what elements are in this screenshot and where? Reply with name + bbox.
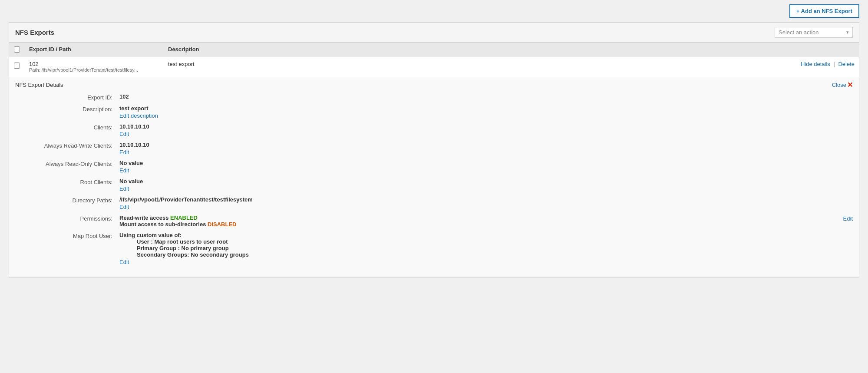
clients-value: 10.10.10.10 xyxy=(119,123,149,130)
details-title: NFS Export Details xyxy=(15,82,63,88)
row-actions: Hide details | Delete xyxy=(789,56,859,72)
value-always-ro: No value Edit xyxy=(119,160,853,174)
description-value: test export xyxy=(119,105,148,112)
value-permissions: Read-write access ENABLED Mount access t… xyxy=(119,215,853,228)
value-description: test export Edit description xyxy=(119,105,853,119)
details-section: NFS Export Details Close✕ Export ID: 102… xyxy=(9,77,859,277)
permissions-rw-status: ENABLED xyxy=(170,215,198,221)
action-separator: | xyxy=(832,61,837,67)
value-clients: 10.10.10.10 Edit xyxy=(119,123,853,137)
header-checkbox-col xyxy=(9,43,25,56)
permissions-line2: Mount access to sub-directories DISABLED xyxy=(119,221,839,228)
edit-dir-paths-link[interactable]: Edit xyxy=(119,204,853,210)
row-path: Path: /ifs/vipr/vpool1/ProviderTenant/te… xyxy=(29,67,159,73)
permissions-edit: Edit xyxy=(843,215,853,222)
label-clients: Clients: xyxy=(15,123,119,131)
detail-row-always-rw: Always Read-Write Clients: 10.10.10.10 E… xyxy=(15,142,853,155)
header-export-id-path: Export ID / Path xyxy=(25,43,164,56)
edit-always-ro-link[interactable]: Edit xyxy=(119,167,853,174)
label-permissions: Permissions: xyxy=(15,215,119,222)
root-clients-value: No value xyxy=(119,178,143,185)
header-description: Description xyxy=(164,43,789,56)
detail-row-clients: Clients: 10.10.10.10 Edit xyxy=(15,123,853,137)
export-id-value: 102 xyxy=(119,93,129,100)
value-map-root-user: Using custom value of: User : Map root u… xyxy=(119,232,853,265)
edit-map-root-link[interactable]: Edit xyxy=(119,259,853,265)
label-map-root-user: Map Root User: xyxy=(15,232,119,239)
map-root-line2: User : Map root users to user root xyxy=(137,238,228,245)
permissions-rw-label: Read-write access xyxy=(119,215,170,221)
value-always-rw: 10.10.10.10 Edit xyxy=(119,142,853,155)
close-label: Close xyxy=(832,82,846,88)
table-header: Export ID / Path Description xyxy=(9,43,859,56)
close-button[interactable]: Close✕ xyxy=(832,81,853,89)
panel-title: NFS Exports xyxy=(15,29,54,36)
row-checkbox[interactable] xyxy=(14,63,20,69)
table-row: 102 Path: /ifs/vipr/vpool1/ProviderTenan… xyxy=(9,56,859,77)
row-description: test export xyxy=(164,56,789,72)
panel-header: NFS Exports Select an action ▾ xyxy=(9,23,859,43)
edit-permissions-link[interactable]: Edit xyxy=(843,215,853,222)
hide-details-link[interactable]: Hide details xyxy=(801,61,830,67)
edit-description-link[interactable]: Edit description xyxy=(119,112,853,119)
value-root-clients: No value Edit xyxy=(119,178,853,192)
top-bar: + Add an NFS Export xyxy=(0,0,868,22)
value-dir-paths: /ifs/vipr/vpool1/ProviderTenant/test/tes… xyxy=(119,196,853,210)
row-checkbox-col xyxy=(9,56,25,74)
close-x-icon: ✕ xyxy=(847,81,853,89)
details-table: Export ID: 102 Description: test export … xyxy=(9,91,859,277)
row-id-path: 102 Path: /ifs/vipr/vpool1/ProviderTenan… xyxy=(25,56,164,77)
label-root-clients: Root Clients: xyxy=(15,178,119,185)
label-description: Description: xyxy=(15,105,119,112)
chevron-down-icon: ▾ xyxy=(846,30,849,35)
edit-root-clients-link[interactable]: Edit xyxy=(119,185,853,192)
action-select-label: Select an action xyxy=(779,29,819,36)
row-export-id: 102 xyxy=(29,61,159,67)
map-root-line1: Using custom value of: xyxy=(119,232,182,238)
label-always-rw: Always Read-Write Clients: xyxy=(15,142,119,149)
permissions-mount-status: DISABLED xyxy=(208,221,236,228)
header-actions-col xyxy=(789,46,859,53)
detail-row-dir-paths: Directory Paths: /ifs/vipr/vpool1/Provid… xyxy=(15,196,853,210)
delete-link[interactable]: Delete xyxy=(838,61,855,67)
action-select-wrapper[interactable]: Select an action ▾ xyxy=(775,27,853,38)
add-nfs-export-button[interactable]: + Add an NFS Export xyxy=(789,4,859,18)
permissions-row: Read-write access ENABLED Mount access t… xyxy=(119,215,853,228)
map-root-line4: Secondary Groups: No secondary groups xyxy=(137,251,249,258)
select-all-checkbox[interactable] xyxy=(14,46,20,53)
always-rw-value: 10.10.10.10 xyxy=(119,142,149,148)
detail-row-map-root-user: Map Root User: Using custom value of: Us… xyxy=(15,232,853,265)
edit-always-rw-link[interactable]: Edit xyxy=(119,149,853,155)
label-dir-paths: Directory Paths: xyxy=(15,196,119,204)
permissions-text: Read-write access ENABLED Mount access t… xyxy=(119,215,839,228)
detail-row-root-clients: Root Clients: No value Edit xyxy=(15,178,853,192)
map-root-line3: Primary Group : No primary group xyxy=(137,245,229,251)
always-ro-value: No value xyxy=(119,160,143,166)
detail-row-description: Description: test export Edit descriptio… xyxy=(15,105,853,119)
dir-paths-value: /ifs/vipr/vpool1/ProviderTenant/test/tes… xyxy=(119,196,253,203)
detail-row-export-id: Export ID: 102 xyxy=(15,93,853,101)
details-header-row: NFS Export Details Close✕ xyxy=(9,77,859,91)
label-always-ro: Always Read-Only Clients: xyxy=(15,160,119,167)
label-export-id: Export ID: xyxy=(15,93,119,101)
main-panel: NFS Exports Select an action ▾ Export ID… xyxy=(9,22,859,277)
value-export-id: 102 xyxy=(119,93,853,100)
permissions-mount-label: Mount access to sub-directories xyxy=(119,221,208,228)
edit-clients-link[interactable]: Edit xyxy=(119,131,853,137)
permissions-line1: Read-write access ENABLED xyxy=(119,215,839,221)
detail-row-always-ro: Always Read-Only Clients: No value Edit xyxy=(15,160,853,174)
detail-row-permissions: Permissions: Read-write access ENABLED M… xyxy=(15,215,853,228)
